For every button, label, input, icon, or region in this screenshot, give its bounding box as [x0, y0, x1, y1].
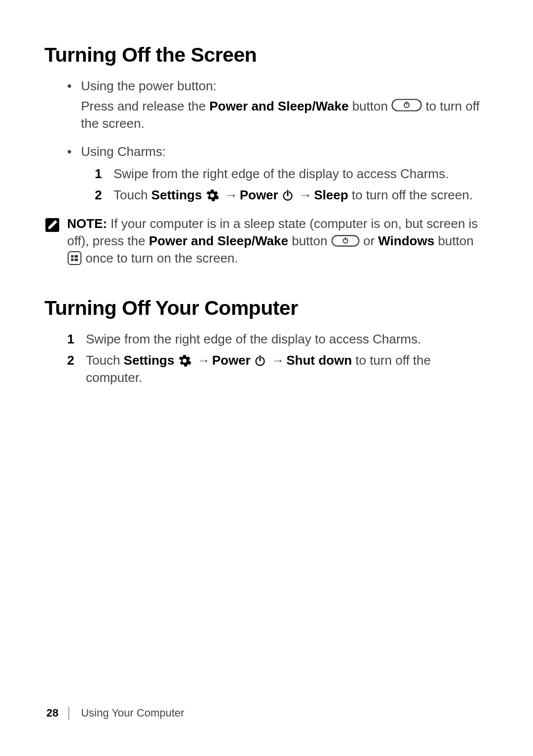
note-text: NOTE: If your computer is in a sleep sta…	[67, 215, 489, 267]
bold-settings: Settings	[124, 353, 175, 368]
windows-button-icon	[67, 251, 82, 265]
text: Touch	[86, 353, 124, 368]
text: Press and release the	[81, 99, 209, 113]
bullet-charms: Using Charms: 1 Swipe from the right edg…	[67, 143, 489, 204]
bold-windows: Windows	[378, 233, 434, 248]
note-pencil-icon	[44, 217, 60, 233]
text: button	[288, 233, 331, 248]
text: button	[348, 99, 391, 113]
svg-rect-13	[75, 255, 78, 258]
power-icon	[254, 355, 266, 367]
bold-sleep: Sleep	[314, 188, 348, 202]
text: to turn off the screen.	[348, 188, 473, 202]
power-button-icon	[391, 99, 422, 112]
page-footer: 28 Using Your Computer	[46, 707, 184, 719]
bullet1-label: Using the power button:	[81, 78, 217, 93]
note-label: NOTE:	[67, 216, 107, 231]
step-number: 2	[67, 352, 74, 369]
gear-icon	[178, 354, 191, 368]
footer-section-name: Using Your Computer	[81, 707, 184, 719]
note-block: NOTE: If your computer is in a sleep sta…	[44, 215, 489, 267]
shutdown-step-2: 2 Touch Settings → Power → Shut down to …	[67, 352, 489, 386]
heading-turning-off-computer: Turning Off Your Computer	[44, 297, 489, 320]
bold-power-sleep-wake: Power and Sleep/Wake	[209, 99, 348, 113]
bold-power: Power	[240, 188, 278, 202]
section2-content: 1 Swipe from the right edge of the displ…	[67, 331, 489, 386]
bold-power: Power	[212, 353, 251, 368]
svg-rect-12	[71, 255, 74, 258]
svg-rect-15	[75, 259, 78, 261]
power-button-icon	[331, 235, 360, 247]
text: Touch	[114, 188, 152, 202]
text: or	[363, 233, 378, 248]
svg-rect-0	[392, 100, 421, 111]
bullet-power-button: Using the power button: Press and releas…	[67, 77, 489, 132]
heading-turning-off-screen: Turning Off the Screen	[44, 43, 489, 67]
step-number: 2	[95, 187, 102, 204]
bold-shutdown: Shut down	[286, 353, 352, 368]
svg-rect-14	[71, 259, 74, 261]
footer-divider	[69, 707, 70, 719]
step-number: 1	[67, 331, 74, 348]
arrow-icon: →	[195, 352, 212, 369]
power-icon	[282, 189, 294, 201]
arrow-icon: →	[297, 187, 314, 204]
arrow-icon: →	[269, 352, 286, 369]
text: button	[434, 233, 474, 248]
step1-text: Swipe from the right edge of the display…	[86, 332, 421, 346]
shutdown-step-1: 1 Swipe from the right edge of the displ…	[67, 331, 489, 348]
arrow-icon: →	[223, 187, 240, 204]
bullet1-desc: Press and release the Power and Sleep/Wa…	[81, 98, 489, 132]
section1-content: Using the power button: Press and releas…	[67, 77, 489, 204]
bold-settings: Settings	[152, 188, 202, 202]
text: once to turn on the screen.	[85, 251, 238, 265]
step-number: 1	[95, 165, 102, 183]
svg-rect-8	[332, 235, 358, 246]
gear-icon	[205, 189, 219, 202]
charms-step-2: 2 Touch Settings → Power → Sleep to	[95, 187, 489, 204]
page-number: 28	[46, 707, 58, 719]
charms-step-1: 1 Swipe from the right edge of the displ…	[95, 165, 489, 183]
bold-power-sleep-wake: Power and Sleep/Wake	[149, 233, 288, 248]
step1-text: Swipe from the right edge of the display…	[114, 166, 449, 181]
bullet2-label: Using Charms:	[81, 144, 166, 159]
svg-rect-11	[68, 252, 81, 265]
page-container: Turning Off the Screen Using the power b…	[0, 0, 533, 756]
